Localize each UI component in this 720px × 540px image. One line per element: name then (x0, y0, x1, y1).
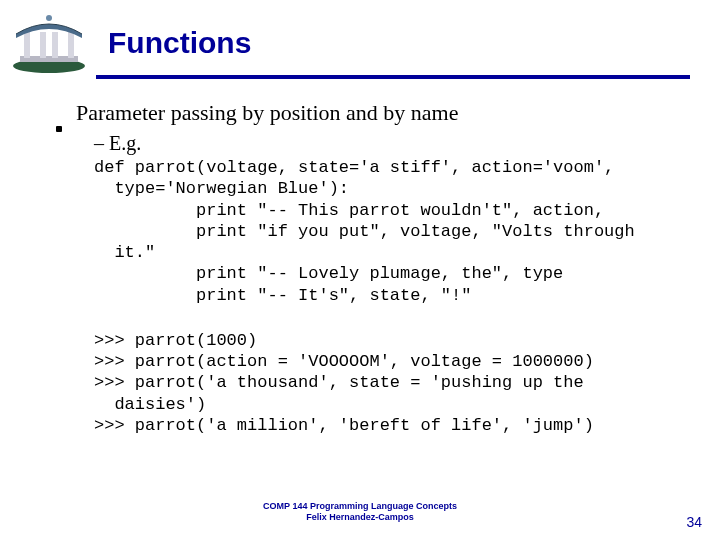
slide-header: Functions (0, 0, 720, 74)
bullet-marker (56, 126, 62, 132)
footer-course: COMP 144 Programming Language Concepts (0, 501, 720, 511)
svg-point-6 (46, 15, 52, 21)
title-underline (96, 75, 690, 79)
code-block-definition: def parrot(voltage, state='a stiff', act… (94, 157, 680, 306)
bullet-item: Parameter passing by position and by nam… (56, 100, 680, 126)
slide-footer: COMP 144 Programming Language Concepts F… (0, 501, 720, 522)
slide-title: Functions (108, 26, 251, 60)
footer-author: Felix Hernandez-Campos (0, 512, 720, 522)
page-number: 34 (686, 514, 702, 530)
logo-old-well (8, 12, 90, 74)
sub-bullet-text: – E.g. (94, 132, 680, 155)
slide-content: Parameter passing by position and by nam… (56, 100, 680, 436)
bullet-text: Parameter passing by position and by nam… (76, 100, 458, 126)
svg-rect-3 (40, 32, 46, 58)
svg-rect-4 (52, 32, 58, 58)
svg-rect-5 (68, 32, 74, 58)
code-block-calls: >>> parrot(1000) >>> parrot(action = 'VO… (94, 330, 680, 436)
svg-rect-2 (24, 32, 30, 58)
